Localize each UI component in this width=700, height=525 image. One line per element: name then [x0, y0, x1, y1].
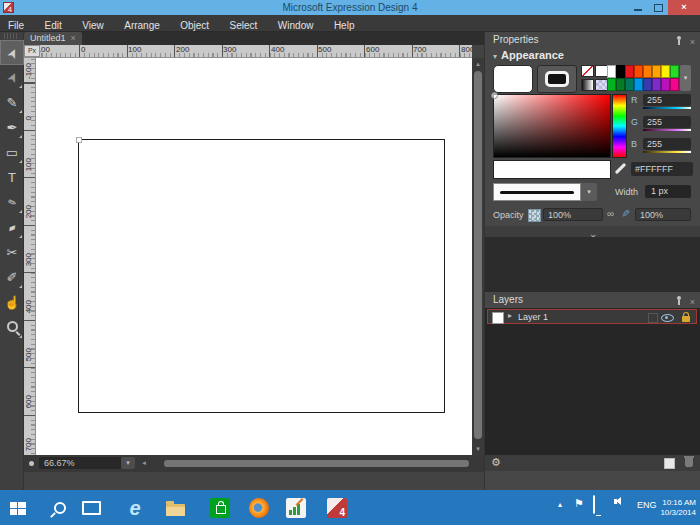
palette-swatch[interactable] [652, 78, 661, 91]
saturation-value-picker[interactable] [493, 94, 611, 158]
horizontal-scroll-thumb[interactable] [164, 460, 469, 467]
panel-close-icon[interactable] [690, 34, 695, 50]
eyedropper-icon[interactable] [613, 160, 627, 177]
layer-thumbnail[interactable] [492, 312, 504, 324]
taskbar-internet-explorer[interactable]: e [120, 495, 150, 521]
palette-swatch[interactable] [616, 78, 625, 91]
layer-options-gear-icon[interactable] [491, 456, 501, 469]
taskbar-file-explorer[interactable] [160, 495, 190, 521]
palette-swatch[interactable] [643, 65, 652, 78]
zoom-level-field[interactable]: 66.67% [39, 457, 122, 469]
zoom-tool-icon [7, 321, 18, 332]
palette-swatch[interactable] [616, 65, 625, 78]
paintbrush-tool[interactable]: ✎ [0, 90, 24, 115]
vertical-scroll-thumb[interactable] [474, 71, 482, 439]
fill-swatch[interactable] [493, 65, 533, 93]
taskbar-firefox[interactable] [244, 495, 274, 521]
picker-marker[interactable] [491, 92, 498, 99]
palette-swatch[interactable] [661, 78, 670, 91]
toolbox-grip[interactable] [4, 33, 19, 39]
stroke-style-select[interactable] [493, 183, 581, 201]
palette-swatch[interactable] [652, 65, 661, 78]
link-icon[interactable]: ∞ [607, 208, 614, 219]
taskbar-graphics-app[interactable] [281, 495, 311, 521]
palette-swatch[interactable] [607, 78, 616, 91]
delete-layer-icon[interactable] [685, 458, 693, 467]
layer-lock-icon[interactable] [682, 316, 690, 322]
zoom-tool[interactable] [0, 315, 24, 340]
palette-dropdown-icon[interactable] [680, 65, 691, 91]
drawn-rectangle[interactable] [78, 139, 445, 413]
palette-swatch[interactable] [661, 65, 670, 78]
tray-expand-icon[interactable]: ▴ [558, 500, 562, 509]
palette-swatch[interactable] [643, 78, 652, 91]
hue-slider[interactable] [612, 94, 627, 158]
zoom-dropdown-icon[interactable] [121, 457, 135, 469]
eraser-tool[interactable]: ▰ [0, 215, 24, 240]
text-tool[interactable]: T [0, 165, 24, 190]
ruler-unit-box[interactable]: Px [24, 45, 40, 57]
selection-tool[interactable]: ➤ [0, 40, 24, 65]
palette-swatch[interactable] [670, 78, 679, 91]
close-button[interactable] [668, 0, 700, 15]
layer-expand-icon[interactable] [508, 311, 512, 320]
palette-swatch[interactable] [607, 65, 616, 78]
palette-swatch[interactable] [625, 78, 634, 91]
document-tab[interactable]: Untitled1× [24, 32, 82, 45]
layers-pin-icon[interactable] [677, 296, 681, 300]
vertical-scrollbar[interactable] [472, 58, 484, 455]
gradient-swatch[interactable] [581, 79, 594, 91]
properties-panel: Properties Appearance [484, 32, 700, 490]
eyedropper-tool[interactable]: ✐ [0, 265, 24, 290]
stroke-swatch[interactable] [537, 65, 577, 93]
direct-selection-tool[interactable]: ➤ [0, 65, 24, 90]
scroll-left-icon[interactable] [138, 457, 150, 469]
panel-expander[interactable] [485, 226, 700, 237]
palette-swatch[interactable] [634, 78, 643, 91]
pen-tool[interactable]: ✒ [0, 115, 24, 140]
fill-opacity-field[interactable]: 100% [543, 208, 603, 221]
blue-channel-field[interactable]: 255 [643, 138, 691, 150]
taskbar-clock[interactable]: 10:16 AM 10/3/2014 [650, 498, 696, 518]
layer-row[interactable]: Layer 1 [487, 309, 697, 324]
scroll-up-icon[interactable] [472, 58, 484, 70]
new-layer-icon[interactable] [664, 458, 675, 469]
canvas[interactable] [36, 58, 472, 455]
ruler-label: 600 [24, 395, 33, 408]
taskbar-expression-design[interactable]: 4 [322, 495, 352, 521]
color-preview [493, 160, 611, 179]
maximize-button[interactable] [650, 3, 666, 13]
width-field[interactable]: 1 px [645, 185, 691, 198]
layer-checkbox[interactable] [648, 313, 658, 323]
tab-close-icon[interactable]: × [71, 33, 76, 43]
green-channel-field[interactable]: 255 [643, 116, 691, 128]
firefox-icon [249, 498, 269, 518]
palette-swatch[interactable] [670, 65, 679, 78]
opacity-grid-icon[interactable] [528, 209, 541, 222]
taskbar-store[interactable] [205, 495, 235, 521]
red-channel-field[interactable]: 255 [643, 94, 691, 106]
network-icon[interactable] [593, 496, 595, 514]
appearance-section-header[interactable]: Appearance [493, 49, 564, 61]
scissors-tool[interactable]: ✂ [0, 240, 24, 265]
scroll-down-icon[interactable] [472, 443, 484, 455]
layer-visibility-icon[interactable] [661, 314, 674, 322]
pencil-tool[interactable]: ✎ [0, 190, 24, 215]
minimize-button[interactable] [630, 3, 646, 13]
taskbar-desktop[interactable] [76, 495, 106, 521]
pan-tool[interactable]: ☝ [0, 290, 24, 315]
palette-swatch[interactable] [634, 65, 643, 78]
no-color-swatch[interactable] [581, 65, 594, 77]
anchor-point[interactable] [76, 137, 82, 143]
rectangle-tool[interactable]: ▭ [0, 140, 24, 165]
start-button[interactable] [3, 495, 33, 521]
stroke-opacity-icon[interactable]: ✎ [620, 209, 631, 217]
hex-color-field[interactable]: #FFFFFF [631, 162, 693, 176]
taskbar-search[interactable] [45, 495, 75, 521]
stroke-dropdown-icon[interactable] [581, 183, 597, 201]
palette-swatch[interactable] [625, 65, 634, 78]
stroke-opacity-field[interactable]: 100% [635, 208, 691, 221]
layer-name[interactable]: Layer 1 [518, 310, 548, 324]
pin-icon[interactable] [677, 36, 681, 40]
action-center-flag-icon[interactable]: ⚑ [574, 497, 584, 510]
